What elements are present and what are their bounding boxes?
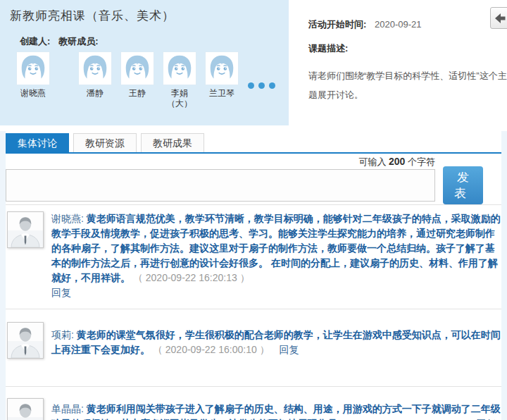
member-item[interactable]: 兰卫琴 [204, 51, 239, 99]
back-button[interactable] [490, 7, 507, 29]
female-avatar-icon [163, 51, 196, 85]
publish-button[interactable]: 发表 [443, 166, 483, 204]
page-left-margin [0, 131, 6, 420]
comment-item: 谢晓燕: 黄老师语言规范优美，教学环节清晰，教学目标明确，能够针对二年级孩子的特… [6, 204, 501, 309]
comment-input[interactable] [6, 169, 435, 202]
comment-body: 项莉: 黄老师的课堂气氛很好，学生很积极的配合老师的教学，让学生在游戏中感受知识… [51, 328, 501, 378]
tab-group-discussion[interactable]: 集体讨论 [6, 133, 69, 152]
male-avatar-icon [7, 398, 44, 420]
activity-summary-card: 新教师亮相课（音乐、美术） 创建人: 教研成员: 谢晓燕 [0, 0, 289, 125]
back-icon [491, 11, 507, 25]
page-right-margin [501, 131, 507, 420]
male-avatar-icon [7, 211, 44, 248]
tab-research-resources[interactable]: 教研资源 [73, 133, 137, 152]
char-limit-hint: 可输入 200 个字符 [6, 156, 435, 168]
comment-author: 单晶晶: [51, 403, 84, 414]
reply-link[interactable]: 回复 [51, 285, 73, 300]
people-labels: 创建人: 教研成员: [20, 35, 289, 48]
member-item[interactable]: 潘静 [77, 51, 113, 99]
female-avatar-icon [16, 51, 50, 85]
topic-desc-label: 课题描述: [308, 43, 348, 54]
page-title: 新教师亮相课（音乐、美术） [0, 0, 289, 24]
comment-body: 谢晓燕: 黄老师语言规范优美，教学环节清晰，教学目标明确，能够针对二年级孩子的特… [51, 211, 501, 300]
creator-item[interactable]: 谢晓燕 [15, 51, 51, 99]
comment-list: 谢晓燕: 黄老师语言规范优美，教学环节清晰，教学目标明确，能够针对二年级孩子的特… [6, 204, 501, 420]
start-time-label: 活动开始时间: [308, 19, 366, 30]
member-name: 王静 [120, 88, 155, 99]
comment-author: 项莉: [51, 329, 74, 340]
members-label: 教研成员: [58, 35, 98, 48]
start-time-value: 2020-09-21 [375, 19, 422, 30]
topic-desc-text: 请老师们围绕“教学目标的科学性、适切性”这个主题展开讨论。 [308, 66, 507, 104]
member-item[interactable]: 李娟（大） [162, 51, 197, 109]
comment-timestamp: （ 2020-09-22 16:20:13 ） [133, 272, 250, 283]
member-name: 李娟（大） [165, 88, 194, 109]
comment-body: 单晶晶: 黄老师利用闯关带孩子进入了解扇子的历史、结构、用途，用游戏的方式一下子… [51, 402, 501, 420]
female-avatar-icon [78, 51, 112, 85]
creator-label: 创建人: [20, 35, 50, 48]
member-name: 潘静 [77, 88, 113, 99]
female-avatar-icon [120, 51, 154, 85]
member-item[interactable]: 王静 [120, 51, 155, 99]
more-members-icon[interactable] [248, 82, 275, 89]
comment-timestamp: （ 2020-09-22 16:00:10 ） [153, 344, 270, 355]
people-row: 谢晓燕 潘静 [15, 51, 289, 109]
activity-info-card: 活动开始时间: 2020-09-21 课题描述: 请老师们围绕“教学目标的科学性… [296, 0, 507, 125]
activity-page: 新教师亮相课（音乐、美术） 创建人: 教研成员: 谢晓燕 [0, 0, 507, 420]
tab-bar: 集体讨论 教研资源 教研成果 [6, 133, 501, 154]
comment-author: 谢晓燕: [51, 213, 84, 224]
male-avatar-icon [7, 322, 44, 359]
creator-name: 谢晓燕 [15, 88, 51, 99]
comment-text: 黄老师的课堂气氛很好，学生很积极的配合老师的教学，让学生在游戏中感受知识点，可以… [51, 329, 501, 355]
female-avatar-icon [205, 51, 239, 85]
tab-research-results[interactable]: 教研成果 [141, 133, 204, 152]
comment-item: 单晶晶: 黄老师利用闯关带孩子进入了解扇子的历史、结构、用途，用游戏的方式一下子… [6, 386, 501, 420]
member-name: 兰卫琴 [204, 88, 239, 99]
char-limit-count: 200 [389, 156, 405, 167]
comment-text: 黄老师语言规范优美，教学环节清晰，教学目标明确，能够针对二年级孩子的特点，采取激… [51, 213, 501, 283]
comment-item: 项莉: 黄老师的课堂气氛很好，学生很积极的配合老师的教学，让学生在游戏中感受知识… [6, 309, 501, 386]
reply-link[interactable]: 回复 [280, 344, 299, 355]
